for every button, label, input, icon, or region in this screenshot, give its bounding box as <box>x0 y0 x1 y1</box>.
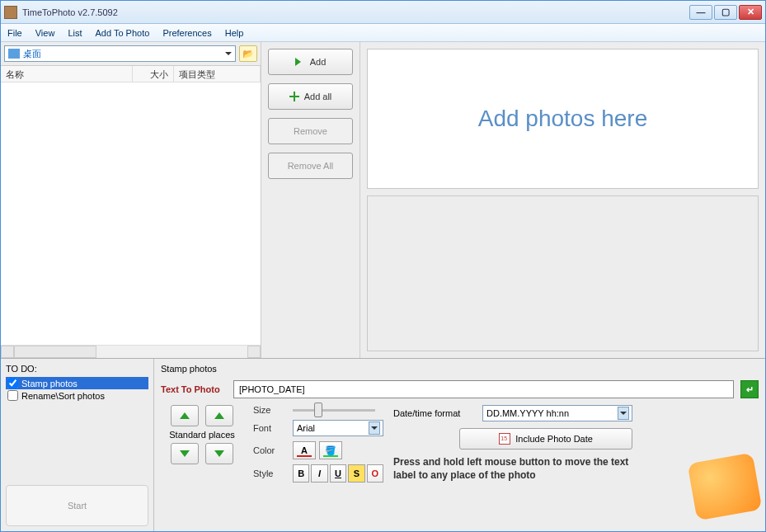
underline-button[interactable]: U <box>330 464 346 483</box>
size-slider[interactable] <box>293 409 383 412</box>
text-value: [PHOTO_DATE] <box>239 384 305 394</box>
preview-area[interactable] <box>367 195 759 351</box>
col-name[interactable]: 名称 <box>1 66 133 82</box>
action-panel: Add Add all Remove Remove All <box>261 42 360 358</box>
titlebar: TimeToPhoto v2.7.5092 — ▢ ✕ <box>1 1 765 24</box>
add-button[interactable]: Add <box>268 49 353 75</box>
remove-label: Remove <box>294 126 327 136</box>
hint-text: Press and hold left mouse button to move… <box>393 456 632 482</box>
file-list[interactable] <box>1 82 261 345</box>
file-browser-panel: 桌面 📂 名称 大小 项目类型 <box>1 42 261 358</box>
style-label: Style <box>253 468 286 478</box>
app-logo-art <box>688 454 762 528</box>
scroll-thumb[interactable] <box>14 346 96 358</box>
calendar-icon <box>499 433 510 445</box>
stamp-panel: Stamp photos Text To Photo [PHOTO_DATE] … <box>154 359 765 531</box>
size-label: Size <box>253 405 286 415</box>
scroll-right-button[interactable] <box>247 346 261 358</box>
place-down-left-button[interactable] <box>171 443 199 464</box>
scroll-left-button[interactable] <box>1 346 14 358</box>
datetime-value: DD.MM.YYYY hh:nn <box>486 408 569 418</box>
triangle-down-icon <box>180 450 190 462</box>
apply-text-button[interactable]: ↵ <box>740 380 759 398</box>
place-up-left-button[interactable] <box>171 405 199 426</box>
font-value: Arial <box>297 423 315 433</box>
triangle-up-icon <box>214 407 224 419</box>
outline-button[interactable]: O <box>367 464 383 483</box>
enter-icon: ↵ <box>746 384 754 395</box>
go-up-button[interactable]: 📂 <box>239 45 257 62</box>
chevron-down-icon <box>618 407 629 420</box>
font-combo[interactable]: Arial <box>293 420 383 436</box>
font-label: Font <box>253 423 286 433</box>
column-headers: 名称 大小 项目类型 <box>1 66 261 82</box>
menu-list[interactable]: List <box>68 28 82 38</box>
photo-drop-area[interactable]: Add photos here <box>367 49 759 189</box>
color-swatch <box>323 455 338 457</box>
bucket-icon: 🪣 <box>325 445 336 456</box>
remove-all-button[interactable]: Remove All <box>268 153 353 179</box>
add-label: Add <box>310 57 327 67</box>
bg-color-button[interactable]: 🪣 <box>319 441 342 459</box>
minimize-button[interactable]: — <box>689 5 712 20</box>
col-size[interactable]: 大小 <box>133 66 174 82</box>
text-to-photo-input[interactable]: [PHOTO_DATE] <box>233 380 734 398</box>
window-title: TimeToPhoto v2.7.5092 <box>22 7 688 17</box>
place-up-right-button[interactable] <box>205 405 233 426</box>
remove-all-label: Remove All <box>288 161 334 171</box>
italic-button[interactable]: I <box>311 464 327 483</box>
triangle-down-icon <box>214 450 224 462</box>
arrow-right-icon <box>295 58 305 66</box>
datetime-format-label: Date/time format <box>393 408 476 418</box>
path-combo[interactable]: 桌面 <box>4 45 236 62</box>
folder-icon <box>8 49 20 59</box>
menu-help[interactable]: Help <box>225 28 244 38</box>
todo-rename-photos[interactable]: Rename\Sort photos <box>6 389 148 402</box>
datetime-section: Date/time format DD.MM.YYYY hh:nn Includ… <box>393 405 632 483</box>
menu-add-to-photo[interactable]: Add To Photo <box>96 28 150 38</box>
menubar: File View List Add To Photo Preferences … <box>1 24 765 42</box>
chevron-down-icon <box>225 52 232 59</box>
stamp-checkbox[interactable] <box>7 378 18 388</box>
todo-panel: TO DO: Stamp photos Rename\Sort photos S… <box>1 359 154 531</box>
standard-places-label: Standard places <box>161 430 243 440</box>
app-icon <box>4 6 17 19</box>
menu-view[interactable]: View <box>35 28 55 38</box>
triangle-up-icon <box>180 407 190 419</box>
rename-checkbox[interactable] <box>7 390 18 401</box>
standard-places: Standard places <box>161 405 243 483</box>
todo-stamp-photos[interactable]: Stamp photos <box>6 377 148 389</box>
remove-button[interactable]: Remove <box>268 118 353 144</box>
menu-preferences[interactable]: Preferences <box>162 28 211 38</box>
todo-title: TO DO: <box>6 364 148 374</box>
plus-icon <box>289 92 299 101</box>
start-button[interactable]: Start <box>6 485 148 526</box>
path-value: 桌面 <box>23 48 41 60</box>
folder-up-icon: 📂 <box>242 49 254 59</box>
include-photo-date-button[interactable]: Include Photo Date <box>459 428 632 450</box>
add-all-label: Add all <box>304 92 332 101</box>
add-all-button[interactable]: Add all <box>268 83 353 110</box>
drop-hint: Add photos here <box>478 106 648 132</box>
datetime-format-combo[interactable]: DD.MM.YYYY hh:nn <box>482 405 632 421</box>
color-label: Color <box>253 445 286 455</box>
slider-thumb[interactable] <box>314 403 322 417</box>
preview-panel: Add photos here <box>360 42 765 358</box>
stamp-label: Stamp photos <box>21 379 78 388</box>
bold-button[interactable]: B <box>293 464 309 483</box>
h-scrollbar[interactable] <box>1 345 261 358</box>
start-label: Start <box>68 501 87 511</box>
col-type[interactable]: 项目类型 <box>174 66 261 82</box>
menu-file[interactable]: File <box>7 28 22 38</box>
color-swatch <box>297 455 312 457</box>
text-to-photo-label: Text To Photo <box>161 384 227 394</box>
strike-button[interactable]: S <box>348 464 364 483</box>
close-button[interactable]: ✕ <box>739 5 762 20</box>
stamp-title: Stamp photos <box>161 364 759 374</box>
chevron-down-icon <box>369 421 380 435</box>
place-down-right-button[interactable] <box>205 443 233 464</box>
maximize-button[interactable]: ▢ <box>714 5 737 20</box>
font-color-button[interactable]: A <box>293 441 316 459</box>
rename-label: Rename\Sort photos <box>21 391 105 401</box>
include-label: Include Photo Date <box>515 434 593 444</box>
